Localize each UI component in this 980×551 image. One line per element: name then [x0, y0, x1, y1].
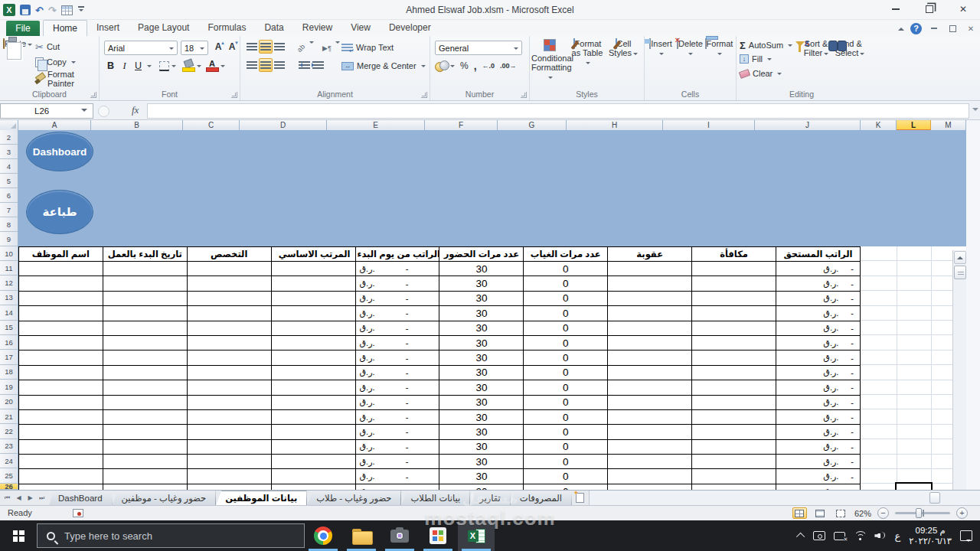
workbook-restore-icon[interactable] — [946, 23, 959, 34]
cell-C16[interactable] — [187, 335, 271, 350]
cell-J21[interactable]: ر.ق.- — [776, 409, 861, 424]
taskbar-explorer-button[interactable] — [343, 520, 380, 551]
action-center-icon[interactable] — [960, 530, 972, 541]
cell-F21[interactable]: 30 — [439, 409, 524, 424]
font-size-combo[interactable]: 18 — [181, 41, 208, 55]
cell-H20[interactable] — [608, 395, 692, 409]
row-header-12[interactable]: 12 — [0, 276, 18, 290]
file-tab[interactable]: File — [6, 21, 40, 36]
taskbar-store-button[interactable] — [420, 520, 456, 551]
horizontal-scroll-thumb[interactable] — [929, 492, 940, 504]
row-header-13[interactable]: 13 — [0, 291, 18, 305]
shrink-font-icon[interactable]: A — [225, 41, 239, 52]
cell-H21[interactable] — [608, 409, 692, 424]
cell-C14[interactable] — [187, 306, 271, 321]
search-input[interactable] — [63, 530, 295, 543]
cell-E11[interactable]: ر.ق.- — [355, 262, 439, 276]
cell-G20[interactable]: 0 — [524, 395, 608, 409]
cell-H19[interactable] — [608, 380, 692, 395]
format-painter-button[interactable]: Format Painter — [35, 72, 99, 86]
cell-D26[interactable] — [271, 484, 355, 490]
column-header-C[interactable]: C — [183, 120, 240, 130]
merge-center-button[interactable]: Merge & Center — [341, 59, 426, 73]
number-format-combo[interactable]: General — [435, 41, 522, 55]
cell-B24[interactable] — [103, 455, 187, 469]
cell-F16[interactable]: 30 — [439, 335, 524, 350]
sheet-tab-3[interactable]: حضور وغياب - طلاب — [307, 491, 401, 505]
cell-B19[interactable] — [103, 380, 187, 395]
prev-sheet-icon[interactable]: ◀ — [14, 492, 24, 504]
cell-H16[interactable] — [608, 335, 692, 350]
cell-H12[interactable] — [608, 276, 692, 291]
cell-C15[interactable] — [187, 321, 271, 335]
cell-D19[interactable] — [271, 380, 355, 395]
clear-button[interactable]: Clear — [740, 67, 782, 80]
fill-color-icon[interactable] — [182, 60, 194, 72]
cell-F14[interactable]: 30 — [439, 306, 524, 321]
column-header-K[interactable]: K — [861, 120, 897, 130]
row-header-17[interactable]: 17 — [0, 350, 18, 364]
cell-I12[interactable] — [692, 276, 776, 291]
cell-I13[interactable] — [692, 291, 776, 305]
cell-J24[interactable]: ر.ق.- — [776, 455, 861, 469]
cell-G26[interactable]: 0 — [524, 484, 608, 490]
delete-cells-button[interactable]: Delete — [675, 39, 704, 57]
cell-D18[interactable] — [271, 365, 355, 380]
cell-B13[interactable] — [103, 291, 187, 305]
cell-E26[interactable]: ر.ق.- — [355, 484, 439, 490]
dropdown-caret-icon[interactable] — [147, 65, 152, 70]
cell-F11[interactable]: 30 — [439, 262, 524, 276]
cell-I23[interactable] — [692, 439, 776, 454]
start-button[interactable] — [0, 520, 37, 551]
row-header-6[interactable]: 6 — [0, 188, 18, 203]
column-header-A[interactable]: A — [18, 120, 91, 130]
cell-H11[interactable] — [608, 262, 692, 276]
align-middle-icon[interactable] — [259, 40, 273, 54]
cell-A26[interactable] — [19, 484, 103, 490]
sheet-tab-4[interactable]: بيانات الطلاب — [401, 491, 470, 505]
cell-D16[interactable] — [271, 335, 355, 350]
restore-button[interactable] — [913, 0, 946, 18]
cell-A25[interactable] — [19, 469, 103, 484]
cell-A20[interactable] — [19, 395, 103, 409]
row-header-21[interactable]: 21 — [0, 409, 18, 424]
tab-view[interactable]: View — [341, 20, 380, 36]
cell-C25[interactable] — [187, 469, 271, 484]
cell-G16[interactable]: 0 — [524, 335, 608, 350]
text-direction-icon[interactable] — [320, 40, 334, 54]
increase-indent-icon[interactable] — [311, 58, 325, 72]
cell-A14[interactable] — [19, 306, 103, 321]
accounting-format-icon[interactable] — [435, 60, 448, 71]
language-indicator[interactable]: ع — [894, 530, 900, 542]
cell-J13[interactable]: ر.ق.- — [776, 291, 861, 305]
cell-C22[interactable] — [187, 425, 271, 439]
cell-G12[interactable]: 0 — [524, 276, 608, 291]
cell-I26[interactable] — [692, 484, 776, 490]
cell-H24[interactable] — [608, 455, 692, 469]
row-header-18[interactable]: 18 — [0, 365, 18, 380]
cell-D14[interactable] — [271, 306, 355, 321]
cell-B21[interactable] — [103, 409, 187, 424]
cell-A21[interactable] — [19, 409, 103, 424]
page-break-view-icon[interactable] — [834, 507, 848, 519]
row-header-4[interactable]: 4 — [0, 159, 18, 174]
sheet-tab-0[interactable]: DashBoard — [49, 491, 113, 505]
taskbar-search[interactable] — [37, 523, 305, 548]
fill-button[interactable]: ↓ Fill — [740, 52, 772, 66]
bold-button[interactable]: B — [104, 59, 117, 73]
cell-C13[interactable] — [187, 291, 271, 305]
cell-H22[interactable] — [608, 425, 692, 439]
cut-button[interactable]: Cut — [35, 40, 60, 54]
autosum-button[interactable]: Σ AutoSum — [740, 38, 792, 52]
cell-H25[interactable] — [608, 469, 692, 484]
cell-A16[interactable] — [19, 335, 103, 350]
cell-E24[interactable]: ر.ق.- — [355, 455, 439, 469]
font-color-icon[interactable]: A — [206, 60, 218, 72]
row-header-7[interactable]: 7 — [0, 203, 18, 217]
cell-F19[interactable]: 30 — [439, 380, 524, 395]
cell-E19[interactable]: ر.ق.- — [355, 380, 439, 395]
sheet-tab-6[interactable]: المصروفات — [511, 491, 572, 505]
cell-J15[interactable]: ر.ق.- — [776, 321, 861, 335]
cell-D13[interactable] — [271, 291, 355, 305]
dropdown-caret-icon[interactable] — [220, 65, 225, 70]
